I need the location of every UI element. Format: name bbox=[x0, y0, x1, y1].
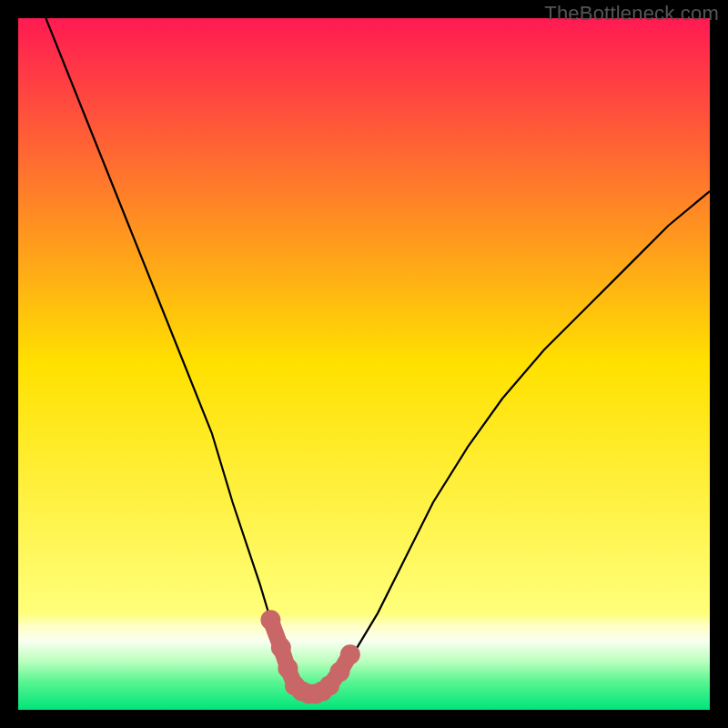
watermark-text: TheBottleneck.com bbox=[544, 2, 719, 25]
chart-background bbox=[18, 18, 710, 710]
marker-dot bbox=[329, 662, 349, 682]
marker-dot bbox=[260, 610, 280, 630]
bottleneck-chart bbox=[18, 18, 710, 710]
marker-dot bbox=[271, 638, 291, 658]
chart-frame bbox=[18, 18, 710, 710]
marker-dot bbox=[278, 658, 298, 678]
marker-dot bbox=[340, 644, 360, 664]
